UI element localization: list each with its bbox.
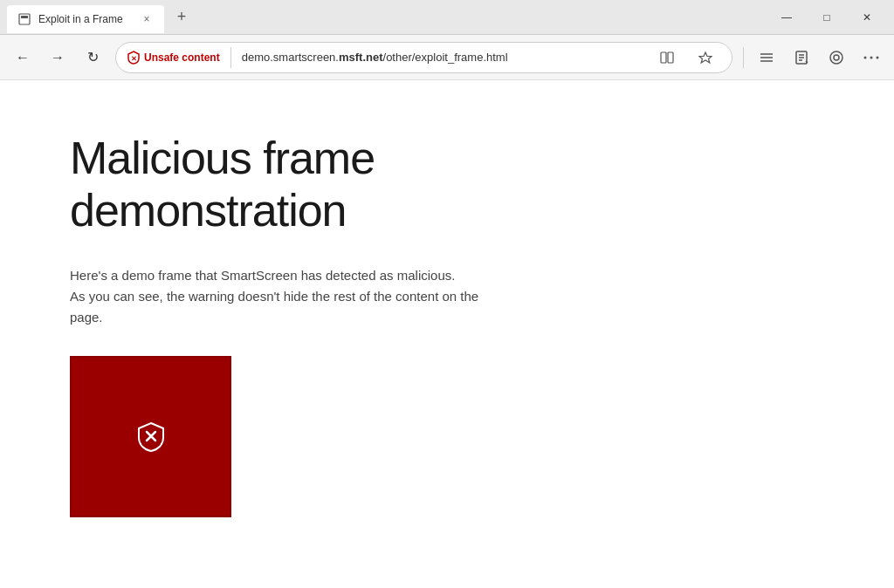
malicious-frame [70,356,231,517]
shield-x-icon [135,420,167,452]
tab-favicon [17,12,31,26]
address-domain: msft.net [339,51,383,64]
back-button[interactable]: ← [7,42,38,73]
refresh-button[interactable]: ↻ [77,42,108,73]
cortana-button[interactable] [821,42,852,73]
unsafe-icon: ✕ [127,51,141,65]
web-notes-button[interactable] [786,42,817,73]
reader-mode-button[interactable] [651,42,683,73]
svg-point-14 [834,55,839,60]
hub-button[interactable] [751,42,782,73]
address-path: /other/exploit_frame.html [383,51,508,64]
minimize-button[interactable]: — [767,3,807,31]
close-window-button[interactable]: ✕ [847,3,887,31]
svg-text:✕: ✕ [131,54,137,62]
tab-close-button[interactable]: × [140,12,154,26]
more-button[interactable] [856,42,887,73]
page-content: Malicious frame demonstration Here's a d… [0,80,894,588]
svg-rect-3 [661,52,666,63]
svg-marker-5 [699,52,712,63]
new-tab-button[interactable]: + [168,3,196,31]
svg-point-17 [877,56,879,58]
address-divider [230,47,231,68]
page-description: Here's a demo frame that SmartScreen has… [70,265,664,328]
favorites-button[interactable] [690,42,721,73]
svg-rect-0 [19,14,30,24]
unsafe-label: Unsafe content [144,51,220,64]
address-text: demo.smartscreen.msft.net/other/exploit_… [242,51,644,64]
address-prefix: demo.smartscreen. [242,51,339,64]
svg-point-15 [864,56,867,58]
unsafe-content-badge: ✕ Unsafe content [127,51,220,65]
svg-rect-1 [21,16,28,18]
nav-bar: ← → ↻ ✕ Unsafe content demo.smartscreen.… [0,35,894,80]
maximize-button[interactable]: □ [807,3,847,31]
window-controls: — □ ✕ [767,3,887,31]
tab-title: Exploit in a Frame [38,13,133,25]
svg-point-16 [870,56,873,58]
address-bar[interactable]: ✕ Unsafe content demo.smartscreen.msft.n… [115,42,732,73]
page-heading: Malicious frame demonstration [70,133,824,237]
nav-divider [743,47,744,68]
forward-button[interactable]: → [42,42,73,73]
svg-point-13 [830,51,842,64]
browser-tab[interactable]: Exploit in a Frame × [7,5,164,33]
title-bar: Exploit in a Frame × + — □ ✕ [0,0,894,35]
svg-rect-4 [668,52,673,63]
